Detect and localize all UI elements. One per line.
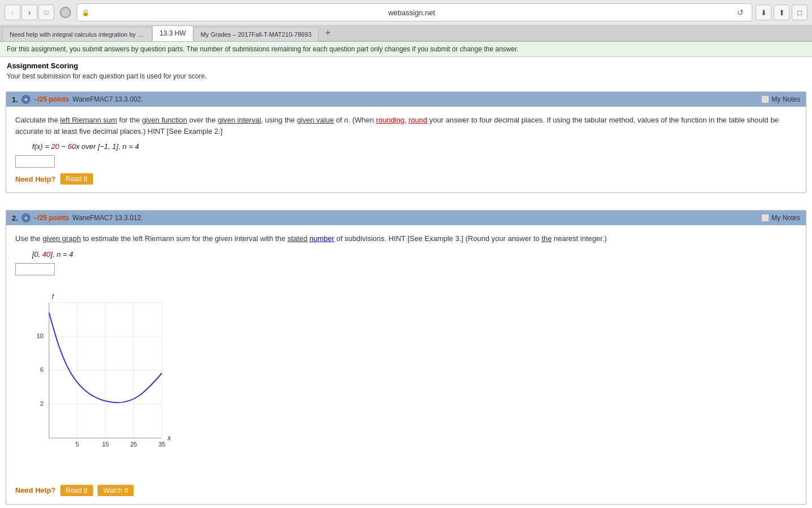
- browser-toolbar: ‹ › □ 🔒 webassign.net ↺ ⬇ ⬆ □: [0, 0, 812, 25]
- svg-text:10: 10: [37, 332, 43, 339]
- q2-number: 2.: [12, 214, 18, 222]
- tab-1[interactable]: 13.3 HW: [152, 25, 193, 41]
- q1-notes-label: My Notes: [771, 95, 800, 103]
- question-2-block: 2. + –/25 points WaneFMAC7 13.3.012. My …: [6, 210, 806, 505]
- new-tab-button[interactable]: +: [321, 26, 334, 40]
- q2-text: Use the given graph to estimate the left…: [15, 233, 797, 244]
- back-button[interactable]: ‹: [5, 5, 20, 20]
- question-2-header: 2. + –/25 points WaneFMAC7 13.3.012. My …: [6, 211, 806, 225]
- svg-text:f: f: [52, 293, 55, 301]
- q2-body: Use the given graph to estimate the left…: [6, 225, 806, 504]
- tab-label-2: My Grades – 2017Fall-T-MAT210-78693: [201, 31, 312, 38]
- reload-button[interactable]: ↺: [734, 6, 747, 19]
- q2-need-help-label: Need Help?: [15, 486, 56, 494]
- q2-notes-label: My Notes: [771, 214, 800, 222]
- tab-0[interactable]: Need help with integral calculus integra…: [2, 27, 152, 41]
- q2-formula: [0, 40], n = 4: [32, 250, 797, 259]
- tabs-button[interactable]: □: [792, 5, 807, 20]
- q1-need-help-row: Need Help? Read It: [15, 173, 797, 185]
- q2-points: –/25 points: [34, 214, 69, 222]
- q1-number: 1.: [12, 95, 18, 104]
- svg-text:5: 5: [76, 441, 79, 448]
- q2-read-it-button[interactable]: Read It: [60, 485, 94, 496]
- q2-problem-id: WaneFMAC7 13.3.012.: [73, 214, 143, 222]
- lock-icon: 🔒: [82, 9, 90, 16]
- info-banner-text: For this assignment, you submit answers …: [7, 45, 519, 53]
- q1-read-it-button[interactable]: Read It: [60, 173, 94, 185]
- address-text: webassign.net: [92, 8, 731, 17]
- browser-actions: ⬇ ⬆ □: [756, 5, 807, 20]
- question-1-header: 1. + –/25 points WaneFMAC7 13.3.002. My …: [6, 92, 806, 107]
- page-icon: [58, 5, 73, 20]
- q1-body: Calculate the left Riemann sum for the g…: [6, 107, 806, 192]
- q2-need-help-row: Need Help? Read It Watch It: [15, 485, 797, 496]
- address-bar[interactable]: 🔒 webassign.net ↺: [77, 3, 752, 21]
- nav-buttons: ‹ › □: [5, 5, 54, 20]
- assignment-scoring-description: Your best submission for each question p…: [7, 72, 805, 80]
- q2-my-notes-button[interactable]: My Notes: [761, 214, 800, 222]
- q1-answer-input[interactable]: [15, 155, 55, 168]
- download-button[interactable]: ⬇: [756, 5, 771, 20]
- q1-my-notes-button[interactable]: My Notes: [761, 95, 800, 103]
- q2-graph-container: 2 6 10 5 15 25 35 x f: [15, 286, 184, 472]
- q2-graph: 2 6 10 5 15 25 35 x f: [15, 286, 184, 472]
- svg-text:15: 15: [102, 441, 109, 448]
- q1-notes-icon: [761, 95, 769, 103]
- question-1-block: 1. + –/25 points WaneFMAC7 13.3.002. My …: [6, 91, 806, 193]
- assignment-scoring: Assignment Scoring Your best submission …: [0, 57, 812, 87]
- q1-problem-id: WaneFMAC7 13.3.002.: [73, 95, 143, 103]
- q2-plus-icon: +: [21, 213, 30, 222]
- forward-button[interactable]: ›: [21, 5, 37, 20]
- q1-need-help-label: Need Help?: [15, 175, 56, 183]
- q1-formula: f(x) = 20 − 60x over [−1, 1], n = 4: [32, 142, 797, 151]
- q1-plus-icon: +: [21, 95, 30, 104]
- page-content: For this assignment, you submit answers …: [0, 42, 812, 508]
- svg-text:2: 2: [40, 400, 43, 407]
- tabs-bar: Need help with integral calculus integra…: [0, 25, 812, 41]
- tab-2[interactable]: My Grades – 2017Fall-T-MAT210-78693: [193, 27, 319, 41]
- q2-notes-icon: [761, 214, 769, 222]
- tab-label-0: Need help with integral calculus integra…: [10, 31, 145, 38]
- assignment-scoring-title: Assignment Scoring: [7, 62, 805, 70]
- q1-text: Calculate the left Riemann sum for the g…: [15, 115, 797, 137]
- window-button[interactable]: □: [38, 5, 54, 20]
- svg-text:x: x: [167, 434, 171, 442]
- svg-text:6: 6: [40, 366, 43, 373]
- q2-answer-input[interactable]: [15, 263, 55, 275]
- browser-chrome: ‹ › □ 🔒 webassign.net ↺ ⬇ ⬆ □ Need help …: [0, 0, 812, 42]
- share-button[interactable]: ⬆: [774, 5, 789, 20]
- spacer-1: [0, 198, 812, 205]
- q1-points: –/25 points: [34, 95, 69, 103]
- svg-text:25: 25: [130, 441, 137, 448]
- svg-text:35: 35: [158, 441, 165, 448]
- tab-label-1: 13.3 HW: [160, 29, 186, 37]
- info-banner: For this assignment, you submit answers …: [0, 42, 812, 57]
- q2-watch-it-button[interactable]: Watch It: [98, 485, 134, 496]
